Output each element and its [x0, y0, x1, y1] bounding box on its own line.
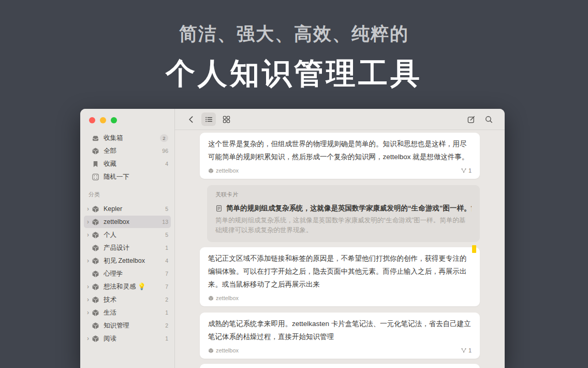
sidebar-item-inbox[interactable]: › 收集箱 2 — [84, 132, 171, 144]
sidebar-item-label: Kepler — [104, 205, 165, 213]
box-icon — [92, 147, 99, 155]
notes-feed: 这个世界是复杂的，但组成世界的物理规则确是简单的。知识和思想也是这样，用尽可能简… — [175, 130, 505, 368]
item-count: 1 — [165, 335, 168, 342]
minimize-window-button[interactable] — [100, 117, 106, 123]
item-count: 4 — [165, 258, 168, 264]
zoom-window-button[interactable] — [111, 117, 117, 123]
close-window-button[interactable] — [89, 117, 95, 123]
sidebar-item-label: 产品设计 — [104, 244, 165, 252]
sidebar-item-category[interactable]: › Kepler 5 — [84, 203, 171, 215]
box-icon — [208, 168, 214, 174]
sidebar-item-category[interactable]: › 想法和灵感 💡 7 — [84, 280, 171, 293]
sidebar-item-label: 技术 — [104, 295, 165, 304]
sidebar: › 收集箱 2 › 全部 96 › 收藏 4 › 随机一下 — [80, 109, 175, 368]
sidebar-nav: › 收集箱 2 › 全部 96 › 收藏 4 › 随机一下 — [80, 132, 174, 345]
sidebar-item-label: 个人 — [104, 231, 165, 239]
sidebar-item-random[interactable]: › 随机一下 — [84, 171, 171, 183]
box-icon — [92, 335, 99, 343]
box-icon — [92, 322, 99, 330]
link-count[interactable]: 1 — [461, 347, 472, 353]
link-count-value: 1 — [468, 347, 472, 353]
sidebar-item-label: 想法和灵感 💡 — [104, 282, 165, 291]
item-count: 5 — [165, 206, 168, 212]
chevron-right-icon[interactable]: › — [85, 232, 91, 238]
box-icon — [92, 296, 99, 304]
box-icon — [92, 205, 99, 213]
count-badge: 2 — [160, 134, 168, 142]
note-footer: zettelbox 1 — [208, 166, 472, 175]
hero-section: 简洁、强大、高效、纯粹的 个人知识管理工具 — [0, 22, 588, 94]
note-card[interactable]: 成熟的笔记系统拿来即用。zettelkasten 卡片盒笔记法、一元化笔记法，省… — [200, 313, 480, 359]
app-window: › 收集箱 2 › 全部 96 › 收藏 4 › 随机一下 — [80, 109, 505, 368]
box-icon — [208, 348, 214, 353]
chevron-right-icon[interactable]: › — [85, 206, 91, 212]
sidebar-item-label: 收集箱 — [104, 134, 160, 143]
sidebar-item-category[interactable]: › 生活 1 — [84, 306, 171, 319]
sidebar-item-favorites[interactable]: › 收藏 4 — [84, 158, 171, 170]
item-count: 2 — [165, 296, 168, 303]
sidebar-item-category[interactable]: › 阅读 1 — [84, 332, 171, 345]
note-card[interactable]: 这个世界是复杂的，但组成世界的物理规则确是简单的。知识和思想也是这样，用尽可能简… — [200, 133, 480, 179]
hero-tagline: 简洁、强大、高效、纯粹的 — [0, 22, 588, 46]
sidebar-item-label: 全部 — [104, 147, 162, 155]
item-count: 5 — [165, 232, 168, 238]
sidebar-item-category[interactable]: › 心理学 7 — [84, 267, 171, 280]
note-text: 这个世界是复杂的，但组成世界的物理规则确是简单的。知识和思想也是这样，用尽可能简… — [208, 137, 472, 163]
sidebar-item-label: 阅读 — [104, 334, 165, 343]
sidebar-item-category[interactable]: › 技术 2 — [84, 293, 171, 306]
search-button[interactable] — [481, 112, 496, 126]
inbox-icon — [92, 134, 99, 142]
sidebar-item-category-selected[interactable]: › zettelbox 13 — [84, 216, 171, 228]
box-icon — [208, 295, 214, 301]
box-icon — [92, 244, 99, 252]
sidebar-item-label: 心理学 — [104, 270, 165, 278]
compose-button[interactable] — [464, 112, 478, 126]
sidebar-item-category[interactable]: › 产品设计 1 — [84, 242, 171, 254]
network-icon — [461, 167, 467, 174]
note-footer: zettelbox — [208, 294, 472, 302]
chevron-right-icon[interactable]: › — [85, 296, 91, 303]
note-card[interactable]: 笔记正文区域不添加链接和标签的原因是，不希望他们打扰你的创作，获得更专注的编辑体… — [200, 247, 480, 306]
note-text: 笔记正文区域不添加链接和标签的原因是，不希望他们打扰你的创作，获得更专注的编辑体… — [208, 252, 472, 291]
note-tag[interactable]: zettelbox — [208, 295, 239, 301]
note-tag[interactable]: zettelbox — [208, 347, 239, 353]
item-count: 13 — [162, 219, 168, 225]
item-count: 7 — [165, 284, 168, 290]
linked-note-title: 简单的规则组成复杂系统，这就像是英国数学家康威发明的“生命游戏”图一样。简单的.… — [226, 204, 472, 213]
back-button[interactable] — [184, 112, 198, 126]
note-tag[interactable]: zettelbox — [208, 167, 239, 174]
list-view-button[interactable] — [201, 112, 216, 126]
box-icon — [92, 257, 99, 265]
item-count: 2 — [165, 322, 168, 329]
item-count: 1 — [165, 309, 168, 316]
box-icon — [92, 309, 99, 317]
chevron-right-icon[interactable]: › — [85, 219, 91, 225]
sidebar-item-category[interactable]: › 知识管理 2 — [84, 319, 171, 332]
yellow-flag-marker — [472, 245, 476, 253]
sidebar-item-all[interactable]: › 全部 96 — [84, 145, 171, 157]
item-count: 96 — [162, 148, 168, 154]
grid-view-button[interactable] — [219, 112, 233, 126]
tag-label: zettelbox — [216, 167, 239, 174]
chevron-right-icon[interactable]: › — [85, 309, 91, 316]
chevron-right-icon[interactable]: › — [85, 284, 91, 290]
sidebar-item-label: 知识管理 — [104, 321, 165, 330]
box-icon — [92, 283, 99, 291]
item-count: 4 — [165, 161, 168, 167]
note-footer: zettelbox 1 — [208, 346, 472, 355]
sidebar-item-label: zettelbox — [104, 218, 162, 225]
note-card[interactable]: zettelbox 突出的特点有以下几点： 1. 卡片盒笔记支持：完美践行卡片盒… — [200, 364, 480, 368]
chevron-right-icon[interactable]: › — [85, 335, 91, 342]
box-icon — [92, 270, 99, 278]
network-icon — [461, 347, 467, 353]
linked-note[interactable]: 简单的规则组成复杂系统，这就像是英国数学家康威发明的“生命游戏”图一样。简单的.… — [215, 204, 472, 213]
link-count[interactable]: 1 — [461, 167, 472, 174]
item-count: 7 — [165, 271, 168, 277]
sidebar-item-label: 初见 Zettelbox — [104, 257, 165, 265]
tag-label: zettelbox — [216, 347, 239, 353]
main-area: 这个世界是复杂的，但组成世界的物理规则确是简单的。知识和思想也是这样，用尽可能简… — [175, 109, 505, 368]
chevron-right-icon[interactable]: › — [85, 258, 91, 264]
sidebar-item-category[interactable]: › 初见 Zettelbox 4 — [84, 254, 171, 267]
sidebar-section-label: 分类 — [89, 191, 171, 199]
sidebar-item-category[interactable]: › 个人 5 — [84, 229, 171, 241]
